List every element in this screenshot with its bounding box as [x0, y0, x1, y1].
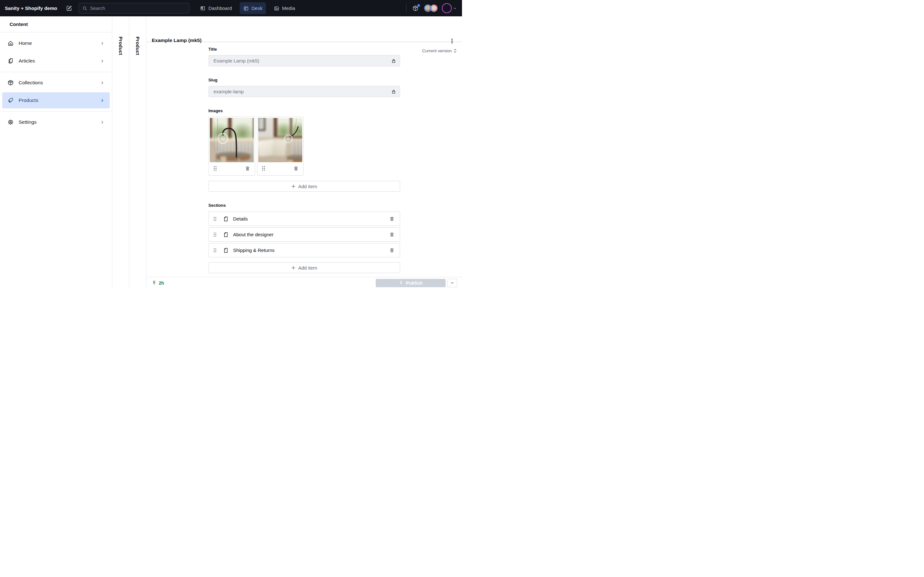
slug-input[interactable] [208, 86, 400, 97]
sidebar-item-collections[interactable]: Collections [0, 75, 112, 91]
sidebar-item-home[interactable]: Home [0, 35, 112, 51]
section-title: Shipping & Returns [233, 247, 275, 253]
new-document-button[interactable] [65, 3, 74, 13]
add-section-button[interactable]: Add item [208, 262, 400, 273]
tab-dashboard[interactable]: Dashboard [196, 2, 235, 14]
lamp-artwork [258, 118, 302, 161]
image-item-card [208, 117, 255, 176]
chevron-right-icon [100, 41, 105, 46]
title-input[interactable] [208, 55, 400, 66]
tab-media[interactable]: Media [270, 2, 299, 14]
publish-menu-button[interactable] [447, 279, 457, 287]
delete-image-button[interactable] [244, 165, 251, 172]
trash-icon [389, 232, 395, 237]
document-menu-button[interactable] [448, 37, 456, 45]
publish-button[interactable]: Publish [376, 279, 446, 287]
workspace-title[interactable]: Sanity + Shopify demo [5, 5, 57, 11]
search-icon [82, 6, 87, 11]
chevron-right-icon [100, 120, 105, 125]
publish-arrow-icon [152, 280, 157, 285]
chevron-right-icon [100, 81, 105, 85]
content-list: Home Articles [0, 32, 112, 132]
delete-section-button[interactable] [389, 231, 395, 238]
section-item-row[interactable]: Details [208, 211, 400, 226]
sidebar-item-products[interactable]: Products [2, 92, 110, 108]
kebab-icon [449, 38, 455, 44]
gear-icon [7, 119, 14, 125]
delete-image-button[interactable] [292, 165, 299, 172]
studio-body: Content Home [0, 16, 462, 288]
lock-icon [391, 89, 396, 94]
version-selector[interactable]: Current version [422, 48, 457, 53]
add-image-button[interactable]: Add item [208, 181, 400, 192]
global-search [79, 3, 189, 13]
sidebar-item-articles[interactable]: Articles [0, 53, 112, 69]
sidebar-item-label: Articles [19, 58, 35, 64]
add-item-label: Add item [298, 184, 317, 189]
collapsed-pane-label: Product [118, 37, 124, 55]
tag-icon [7, 97, 14, 103]
document-icon [223, 247, 229, 253]
document-icon [223, 216, 229, 222]
collections-icon [7, 79, 14, 86]
drag-handle-icon[interactable] [213, 247, 217, 253]
tab-label: Desk [252, 5, 262, 11]
search-input[interactable] [90, 5, 186, 11]
sidebar-divider [0, 111, 112, 111]
field-slug: Slug [208, 77, 400, 97]
trash-icon [245, 166, 250, 171]
drag-handle-icon[interactable] [213, 216, 217, 222]
section-item-row[interactable]: About the designer [208, 227, 400, 242]
collapsed-pane-label: Product [135, 37, 141, 55]
collapsed-pane-product-list[interactable]: Product [112, 16, 129, 288]
articles-icon [7, 58, 14, 64]
image-preview[interactable] [210, 118, 254, 162]
drag-handle-icon[interactable] [213, 165, 218, 172]
last-published-status[interactable]: 2h [152, 280, 164, 285]
desk-icon [243, 5, 249, 11]
sidebar-divider [0, 72, 112, 72]
chevron-down-icon[interactable] [453, 6, 457, 11]
image-item-card [257, 117, 304, 176]
section-title: Details [233, 216, 248, 221]
publish-label: Publish [406, 280, 423, 285]
document-icon [223, 232, 229, 237]
user-avatar[interactable] [442, 3, 452, 13]
presence-avatars[interactable] [424, 5, 438, 12]
sidebar-item-label: Collections [19, 80, 43, 85]
plus-icon [291, 184, 296, 189]
sanity-studio-app: Sanity + Shopify demo [0, 0, 462, 288]
chevron-right-icon [100, 98, 105, 103]
trash-icon [293, 166, 299, 171]
document-footer: 2h Publish [146, 277, 462, 288]
drag-handle-icon[interactable] [213, 231, 217, 238]
field-label: Sections [208, 203, 400, 208]
last-published-time: 2h [159, 280, 164, 285]
notification-dot [417, 4, 420, 7]
workspace-tool-tabs: Dashboard Desk [196, 2, 298, 14]
field-images: Images [208, 108, 400, 192]
sidebar-item-label: Home [19, 40, 32, 46]
compose-icon [66, 5, 73, 11]
resources-menu-button[interactable] [411, 3, 420, 13]
document-header: Example Lamp (mk5) Current version [146, 16, 462, 42]
tab-desk[interactable]: Desk [240, 2, 266, 14]
section-title: About the designer [233, 232, 274, 237]
image-preview[interactable] [258, 118, 302, 162]
delete-section-button[interactable] [389, 215, 395, 222]
dashboard-icon [200, 5, 206, 11]
field-title: Title [208, 47, 400, 66]
document-form: Title Slug [208, 42, 400, 277]
sidebar-item-label: Settings [19, 119, 37, 125]
document-form-scroll-area: Title Slug [146, 42, 462, 277]
pane-header: Content [0, 16, 112, 32]
delete-section-button[interactable] [389, 247, 395, 253]
collapsed-pane-product[interactable]: Product [129, 16, 146, 288]
pane-title: Content [10, 21, 28, 27]
tab-label: Media [282, 5, 295, 11]
section-item-row[interactable]: Shipping & Returns [208, 243, 400, 258]
drag-handle-icon[interactable] [261, 165, 266, 172]
field-label: Title [208, 47, 400, 52]
media-icon [274, 5, 279, 11]
sidebar-item-settings[interactable]: Settings [0, 114, 112, 130]
